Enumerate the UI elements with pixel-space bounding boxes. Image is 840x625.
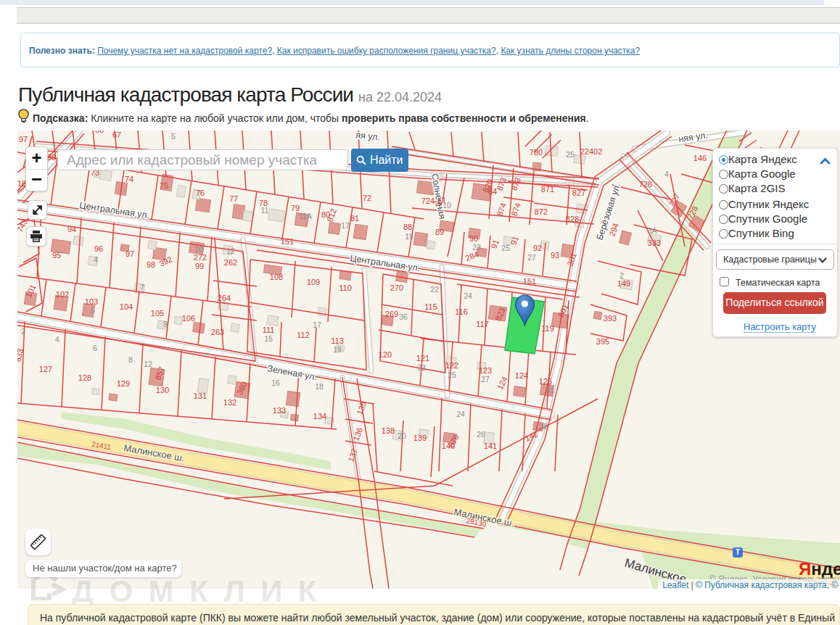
svg-text:129: 129: [117, 379, 130, 388]
svg-text:130: 130: [156, 386, 169, 394]
svg-text:146: 146: [693, 154, 707, 162]
svg-text:112: 112: [297, 331, 310, 339]
svg-text:24: 24: [464, 291, 472, 300]
svg-text:104: 104: [120, 302, 133, 311]
svg-text:93: 93: [551, 251, 559, 260]
svg-text:95: 95: [52, 251, 61, 260]
svg-text:25: 25: [566, 150, 575, 159]
svg-text:121: 121: [416, 354, 429, 363]
svg-text:125: 125: [539, 377, 552, 386]
svg-text:2: 2: [21, 327, 25, 336]
svg-text:23: 23: [417, 363, 426, 372]
svg-text:97: 97: [125, 249, 134, 258]
svg-text:28: 28: [539, 422, 548, 431]
svg-text:74: 74: [125, 175, 133, 183]
svg-text:128: 128: [78, 373, 91, 382]
svg-text:11A: 11A: [299, 212, 312, 220]
svg-text:269: 269: [385, 310, 398, 318]
svg-text:66: 66: [95, 131, 104, 134]
svg-text:871: 871: [541, 185, 554, 194]
svg-text:23: 23: [472, 243, 481, 252]
svg-text:94: 94: [67, 225, 76, 233]
svg-text:134: 134: [313, 412, 326, 421]
svg-text:27: 27: [527, 253, 536, 262]
svg-text:108: 108: [270, 273, 283, 281]
svg-text:88: 88: [403, 223, 412, 231]
svg-text:113: 113: [331, 336, 344, 345]
svg-text:270: 270: [390, 283, 403, 292]
svg-text:19: 19: [333, 345, 342, 354]
svg-text:264: 264: [218, 294, 231, 302]
svg-text:4: 4: [664, 170, 669, 178]
svg-text:103: 103: [85, 297, 98, 306]
svg-text:12: 12: [144, 360, 152, 368]
svg-text:89: 89: [435, 228, 444, 236]
svg-text:133: 133: [273, 406, 286, 415]
svg-text:111: 111: [263, 326, 275, 334]
svg-text:67: 67: [112, 131, 121, 139]
svg-text:98: 98: [47, 153, 56, 162]
svg-text:2: 2: [619, 271, 624, 280]
svg-text:77: 77: [229, 194, 238, 203]
svg-text:122: 122: [445, 361, 458, 370]
svg-text:7: 7: [140, 283, 144, 291]
svg-text:117: 117: [476, 320, 489, 328]
svg-text:98: 98: [147, 260, 155, 269]
svg-text:25: 25: [448, 371, 456, 379]
svg-text:24: 24: [456, 410, 465, 418]
svg-text:151: 151: [523, 277, 536, 286]
svg-text:10: 10: [194, 245, 203, 254]
svg-text:31: 31: [545, 386, 554, 394]
svg-text:120: 120: [379, 350, 392, 359]
svg-text:4: 4: [55, 335, 59, 344]
svg-text:828: 828: [566, 215, 579, 223]
svg-text:726: 726: [639, 180, 652, 189]
svg-text:127: 127: [39, 365, 52, 373]
svg-text:119: 119: [541, 324, 554, 333]
svg-text:26: 26: [477, 430, 485, 439]
svg-text:15: 15: [264, 334, 273, 343]
svg-text:16: 16: [271, 378, 280, 387]
svg-text:92: 92: [533, 244, 542, 252]
svg-text:102: 102: [56, 290, 69, 299]
svg-text:131: 131: [194, 392, 207, 400]
svg-text:22402: 22402: [580, 147, 603, 156]
svg-text:75: 75: [160, 181, 168, 190]
svg-text:395: 395: [596, 337, 609, 346]
svg-text:827: 827: [572, 189, 585, 197]
svg-text:262: 262: [224, 258, 237, 267]
svg-text:18: 18: [315, 382, 324, 391]
svg-text:96: 96: [94, 244, 103, 253]
svg-text:124: 124: [515, 371, 528, 380]
svg-text:138: 138: [382, 426, 395, 435]
svg-text:97: 97: [19, 135, 28, 144]
svg-text:272: 272: [194, 253, 207, 262]
svg-text:3A: 3A: [648, 226, 657, 235]
svg-text:81: 81: [350, 214, 359, 223]
svg-text:333: 333: [648, 239, 661, 247]
svg-text:5: 5: [171, 132, 176, 141]
svg-text:139: 139: [413, 434, 427, 442]
svg-text:22: 22: [430, 285, 439, 294]
svg-text:393: 393: [604, 314, 617, 323]
svg-text:17: 17: [313, 320, 321, 329]
svg-text:109: 109: [307, 278, 320, 286]
svg-text:19: 19: [405, 232, 413, 241]
svg-text:141: 141: [484, 442, 497, 450]
svg-text:149: 149: [617, 279, 630, 288]
svg-text:11: 11: [261, 206, 269, 215]
svg-text:12: 12: [226, 247, 235, 255]
svg-text:123: 123: [479, 366, 492, 375]
svg-text:20: 20: [398, 431, 406, 440]
svg-text:9: 9: [163, 320, 168, 328]
svg-text:36: 36: [399, 312, 408, 321]
svg-text:99: 99: [195, 262, 204, 270]
svg-text:106: 106: [182, 314, 195, 323]
svg-text:132: 132: [223, 398, 236, 407]
svg-text:72: 72: [363, 194, 371, 202]
svg-text:76: 76: [196, 189, 205, 197]
svg-text:263: 263: [211, 328, 224, 336]
svg-text:110: 110: [339, 283, 352, 292]
svg-text:25: 25: [501, 244, 510, 252]
svg-text:116: 116: [455, 307, 468, 316]
